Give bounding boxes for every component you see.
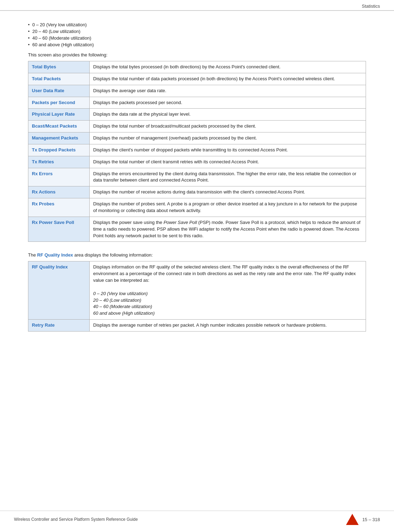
def-rf-quality: Displays information on the RF quality o…	[90, 261, 366, 320]
table-row: Physical Layer Rate Displays the data ra…	[28, 109, 366, 121]
bullet-item: 40 – 60 (Moderate utilization)	[28, 35, 366, 41]
def-mgmt-packets: Displays the number of management (overh…	[90, 132, 366, 144]
rf-bullet-3: 40 – 60 (Moderate utilization)	[93, 304, 152, 309]
section2-before: The	[28, 252, 37, 258]
term-user-data-rate: User Data Rate	[28, 85, 90, 97]
section2-after: area displays the following information:	[73, 252, 153, 258]
main-info-table: Total Bytes Displays the total bytes pro…	[28, 61, 366, 242]
term-rf-quality: RF Quality Index	[28, 261, 90, 320]
table-row: User Data Rate Displays the average user…	[28, 85, 366, 97]
table-row: Management Packets Displays the number o…	[28, 132, 366, 144]
def-rx-actions: Displays the number of receive actions d…	[90, 186, 366, 198]
term-rx-actions: Rx Actions	[28, 186, 90, 198]
def-total-bytes: Displays the total bytes processed (in b…	[90, 61, 366, 73]
bullet-item: 0 – 20 (Very low utilization)	[28, 21, 366, 28]
table-row: Rx Probes Displays the number of probes …	[28, 198, 366, 217]
term-tx-retries: Tx Retries	[28, 156, 90, 168]
table-row: Packets per Second Displays the packets …	[28, 97, 366, 109]
bullet-item: 20 – 40 (Low utilization)	[28, 28, 366, 35]
def-retry-rate: Displays the average number of retries p…	[90, 320, 366, 332]
table-row: Bcast/Mcast Packets Displays the total n…	[28, 121, 366, 132]
term-rx-power-save: Rx Power Save Poll	[28, 217, 90, 242]
rf-bullet-2: 20 – 40 (Low utilization)	[93, 298, 141, 303]
header-title: Statistics	[362, 4, 380, 9]
bullet-list: 0 – 20 (Very low utilization) 20 – 40 (L…	[28, 21, 366, 48]
table-row: Total Packets Displays the total number …	[28, 73, 366, 85]
def-user-data-rate: Displays the average user data rate.	[90, 85, 366, 97]
table-row: Rx Actions Displays the number of receiv…	[28, 186, 366, 198]
intro-text: This screen also provides the following:	[28, 52, 366, 57]
table-row: Tx Retries Displays the total number of …	[28, 156, 366, 168]
table-row: Tx Dropped Packets Displays the client's…	[28, 144, 366, 156]
term-tx-dropped: Tx Dropped Packets	[28, 144, 90, 156]
rf-quality-table: RF Quality Index Displays information on…	[28, 261, 366, 332]
def-bcast-mcast: Displays the total number of broadcast/m…	[90, 121, 366, 132]
def-packets-per-second: Displays the packets processed per secon…	[90, 97, 366, 109]
footer-left-text: Wireless Controller and Service Platform…	[14, 517, 138, 522]
term-rx-errors: Rx Errors	[28, 168, 90, 186]
def-tx-retries: Displays the total number of client tran…	[90, 156, 366, 168]
def-rx-probes: Displays the number of probes sent. A pr…	[90, 198, 366, 217]
def-rx-errors: Displays the errors encountered by the c…	[90, 168, 366, 186]
rf-bullet-1: 0 – 20 (Very low utilization)	[93, 291, 148, 296]
term-mgmt-packets: Management Packets	[28, 132, 90, 144]
main-content: 0 – 20 (Very low utilization) 20 – 40 (L…	[0, 11, 394, 363]
term-total-bytes: Total Bytes	[28, 61, 90, 73]
table-row: Rx Power Save Poll Displays the power sa…	[28, 217, 366, 242]
footer-triangle-icon	[346, 514, 359, 525]
bullet-item: 60 and above (High utilization)	[28, 41, 366, 48]
term-packets-per-second: Packets per Second	[28, 97, 90, 109]
table-row: Rx Errors Displays the errors encountere…	[28, 168, 366, 186]
table-row: Total Bytes Displays the total bytes pro…	[28, 61, 366, 73]
term-total-packets: Total Packets	[28, 73, 90, 85]
page-header: Statistics	[0, 0, 394, 11]
footer-right: 15 – 318	[346, 514, 380, 525]
footer-page-number: 15 – 318	[362, 517, 380, 522]
term-bcast-mcast: Bcast/Mcast Packets	[28, 121, 90, 132]
table-row: RF Quality Index Displays information on…	[28, 261, 366, 320]
term-retry-rate: Retry Rate	[28, 320, 90, 332]
def-physical-layer-rate: Displays the data rate at the physical l…	[90, 109, 366, 121]
def-tx-dropped: Displays the client's number of dropped …	[90, 144, 366, 156]
page-footer: Wireless Controller and Service Platform…	[0, 511, 394, 525]
def-total-packets: Displays the total number of data packet…	[90, 73, 366, 85]
term-physical-layer-rate: Physical Layer Rate	[28, 109, 90, 121]
italic-psp: Power Save Poll	[164, 220, 197, 225]
section2-intro: The RF Quality Index area displays the f…	[28, 252, 366, 258]
table-row: Retry Rate Displays the average number o…	[28, 320, 366, 332]
def-rx-power-save: Displays the power save using the Power …	[90, 217, 366, 242]
rf-bullet-4: 60 and above (High utilization)	[93, 311, 155, 316]
section2-highlight: RF Quality Index	[37, 252, 73, 258]
term-rx-probes: Rx Probes	[28, 198, 90, 217]
